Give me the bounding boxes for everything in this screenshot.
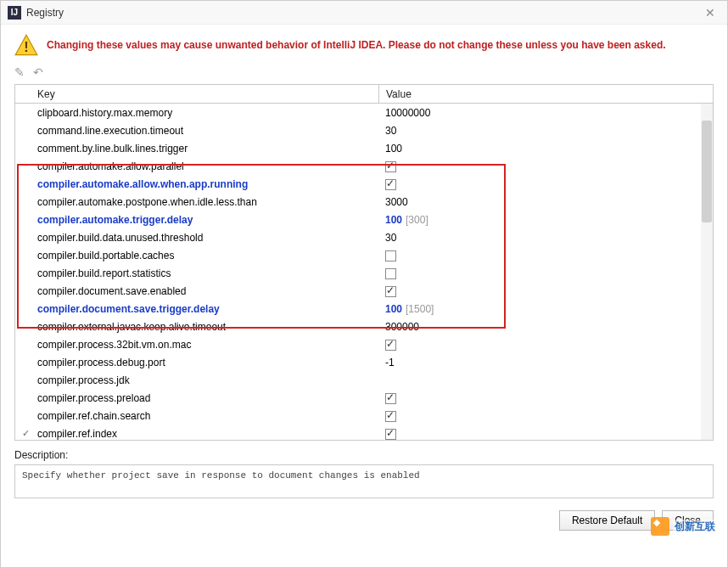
description-section: Description: Specify whether project sav…: [14, 449, 714, 498]
description-box: Specify whether project save in response…: [14, 464, 714, 498]
row-key: compiler.process.jdk: [36, 374, 378, 386]
row-value[interactable]: [378, 160, 713, 172]
header-value[interactable]: Value: [378, 85, 713, 103]
dialog-buttons: Restore Default Close 创新互联: [1, 498, 727, 539]
table-row[interactable]: compiler.process.jdk: [15, 371, 713, 389]
row-value[interactable]: -1: [378, 357, 713, 368]
table-row[interactable]: compiler.process.preload: [15, 389, 713, 407]
table-row[interactable]: compiler.document.save.enabled: [15, 282, 713, 300]
row-value-text: 100: [385, 143, 402, 155]
row-value-text: 3000: [385, 196, 408, 208]
row-key: comment.by.line.bulk.lines.trigger: [36, 143, 378, 155]
registry-dialog: IJ Registry ✕ ! Changing these values ma…: [0, 0, 728, 568]
checkbox-icon[interactable]: [385, 286, 396, 297]
table-row[interactable]: compiler.automake.allow.parallel: [15, 157, 713, 175]
row-key: compiler.process.preload: [36, 392, 378, 404]
row-key: compiler.external.javac.keep.alive.timeo…: [36, 321, 378, 333]
restore-default-button[interactable]: Restore Default: [559, 510, 655, 531]
table-row[interactable]: compiler.automake.postpone.when.idle.les…: [15, 193, 713, 211]
table-row[interactable]: compiler.process.32bit.vm.on.mac: [15, 335, 713, 353]
row-value-text: 30: [385, 232, 396, 244]
row-value-text: 30: [385, 125, 396, 137]
table-row[interactable]: comment.by.line.bulk.lines.trigger100: [15, 139, 713, 157]
row-key: compiler.automake.trigger.delay: [36, 214, 378, 226]
warning-text: Changing these values may cause unwanted…: [47, 39, 666, 51]
row-key: compiler.automake.postpone.when.idle.les…: [36, 196, 378, 208]
row-value-text: -1: [385, 357, 395, 368]
table-row[interactable]: compiler.build.report.statistics: [15, 264, 713, 282]
edit-icon[interactable]: ✎: [14, 65, 25, 79]
titlebar: IJ Registry ✕: [1, 1, 727, 25]
checkbox-icon[interactable]: [385, 161, 396, 172]
row-key: compiler.process.debug.port: [36, 357, 378, 368]
row-key: command.line.execution.timeout: [36, 125, 378, 137]
row-value[interactable]: 300000: [378, 321, 713, 333]
row-key: compiler.automake.allow.when.app.running: [36, 178, 378, 190]
table-row[interactable]: clipboard.history.max.memory10000000: [15, 104, 713, 121]
table-row[interactable]: compiler.automake.trigger.delay100[300]: [15, 211, 713, 228]
row-key: compiler.build.portable.caches: [36, 250, 378, 262]
table-row[interactable]: compiler.document.save.trigger.delay100[…: [15, 300, 713, 318]
row-value[interactable]: [378, 284, 713, 296]
table-row[interactable]: compiler.build.data.unused.threshold30: [15, 228, 713, 246]
row-value-text: 100: [385, 214, 402, 226]
row-value[interactable]: 3000: [378, 196, 713, 208]
scrollbar-thumb[interactable]: [702, 121, 712, 222]
table-row[interactable]: compiler.build.portable.caches: [15, 246, 713, 264]
row-value[interactable]: [378, 249, 713, 261]
app-icon: IJ: [8, 6, 21, 20]
checkbox-icon[interactable]: [385, 393, 396, 404]
row-key: compiler.automake.allow.parallel: [36, 160, 378, 172]
close-button[interactable]: Close: [662, 510, 714, 531]
undo-icon[interactable]: ↶: [33, 65, 43, 79]
table-row[interactable]: ✓compiler.ref.index: [15, 425, 713, 440]
header-value-label: Value: [386, 88, 412, 100]
row-value[interactable]: 100: [378, 143, 713, 155]
row-key: compiler.ref.index: [36, 428, 378, 440]
row-value[interactable]: [378, 391, 713, 403]
close-icon[interactable]: ✕: [700, 6, 720, 20]
row-key: compiler.document.save.enabled: [36, 285, 378, 297]
table-header: Key Value: [15, 85, 713, 104]
row-key: compiler.process.32bit.vm.on.mac: [36, 339, 378, 351]
row-value[interactable]: 10000000: [378, 107, 713, 119]
checkbox-icon[interactable]: [385, 179, 396, 190]
warning-row: ! Changing these values may cause unwant…: [1, 25, 727, 62]
row-value[interactable]: 100[1500]: [378, 303, 713, 315]
row-key: compiler.ref.chain.search: [36, 410, 378, 422]
row-flag: ✓: [15, 428, 36, 439]
row-value[interactable]: 30: [378, 232, 713, 244]
row-value[interactable]: 30: [378, 125, 713, 137]
row-value-text: 10000000: [385, 107, 430, 119]
row-value[interactable]: [378, 427, 713, 439]
table-row[interactable]: compiler.external.javac.keep.alive.timeo…: [15, 318, 713, 335]
checkbox-icon[interactable]: [385, 429, 396, 440]
table-row[interactable]: command.line.execution.timeout30: [15, 121, 713, 139]
row-value[interactable]: 100[300]: [378, 214, 713, 226]
row-key: compiler.document.save.trigger.delay: [36, 303, 378, 315]
table-row[interactable]: compiler.automake.allow.when.app.running: [15, 175, 713, 193]
description-label: Description:: [14, 449, 714, 461]
checkbox-icon[interactable]: [385, 268, 396, 279]
row-value[interactable]: [378, 267, 713, 278]
row-value[interactable]: [378, 338, 713, 350]
window-title: Registry: [26, 7, 700, 19]
checkbox-icon[interactable]: [385, 411, 396, 422]
table-row[interactable]: compiler.ref.chain.search: [15, 407, 713, 425]
row-value[interactable]: [378, 177, 713, 189]
row-value-text: 300000: [385, 321, 419, 333]
svg-text:!: !: [24, 39, 28, 54]
header-key[interactable]: Key: [36, 88, 378, 100]
table-body[interactable]: clipboard.history.max.memory10000000comm…: [15, 104, 713, 440]
row-key: compiler.build.data.unused.threshold: [36, 232, 378, 244]
table-row[interactable]: compiler.process.debug.port-1: [15, 353, 713, 371]
registry-table: Key Value clipboard.history.max.memory10…: [14, 84, 714, 441]
row-key: clipboard.history.max.memory: [36, 107, 378, 119]
row-value[interactable]: [378, 409, 713, 421]
checkbox-icon[interactable]: [385, 250, 396, 262]
scrollbar-track[interactable]: [701, 104, 713, 440]
row-key: compiler.build.report.statistics: [36, 267, 378, 279]
row-default-hint: [1500]: [406, 303, 434, 315]
row-value-text: 100: [385, 303, 402, 315]
checkbox-icon[interactable]: [385, 340, 396, 351]
